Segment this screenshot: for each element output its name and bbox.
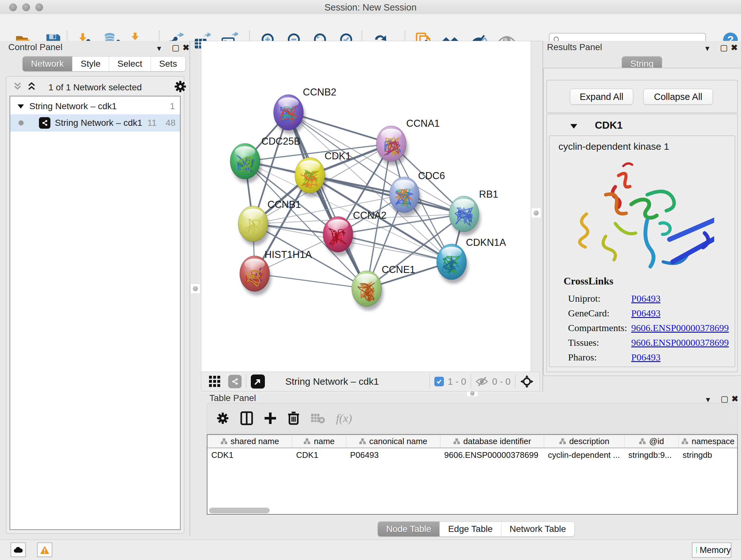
function-builder-button: f(x)	[336, 412, 352, 425]
network-node-CDC6[interactable]: CDC6	[389, 170, 445, 216]
cloud-icon	[13, 546, 23, 553]
table-horizontal-scrollbar[interactable]	[209, 508, 270, 513]
crosslink-genecard[interactable]: P06493	[631, 308, 661, 318]
table-panel-title: Table Panel	[209, 393, 256, 403]
node-label-CCNE1: CCNE1	[382, 264, 415, 275]
table-toolbar: f(x)	[207, 403, 738, 434]
control-panel-maximize-icon[interactable]: ▢	[172, 44, 180, 52]
warnings-button[interactable]	[37, 543, 52, 557]
network-tree: String Network – cdk1 1 String Network –…	[10, 96, 181, 530]
tab-select[interactable]: Select	[109, 57, 151, 71]
column-header[interactable]: description	[544, 435, 624, 448]
results-panel-close-icon[interactable]: ✖	[731, 44, 738, 52]
node-label-CDC6: CDC6	[418, 170, 445, 181]
delete-table-icon	[311, 413, 325, 424]
hidden-eye-icon	[475, 376, 488, 387]
create-column-icon[interactable]	[264, 412, 277, 425]
column-header[interactable]: namespace	[679, 435, 737, 448]
cloud-status-button[interactable]	[10, 543, 26, 557]
cell-id: stringdb:9...	[624, 448, 679, 462]
network-node-CCNE1[interactable]: CCNE1	[352, 264, 415, 310]
tab-edge-table[interactable]: Edge Table	[440, 522, 501, 537]
control-panel-float-icon[interactable]: ▾	[157, 44, 161, 52]
cdk1-result-card: CDK1 cyclin-dependent kinase 1	[546, 114, 738, 372]
tab-network-table[interactable]: Network Table	[501, 522, 575, 537]
network-node-RB1[interactable]: RB1	[449, 189, 498, 236]
column-header[interactable]: database identifier	[441, 435, 544, 448]
network-selection-status: 1 of 1 Network selected	[6, 82, 184, 92]
network-node-CCNB2[interactable]: CCNB2	[273, 86, 336, 134]
birdseye-view-icon[interactable]	[251, 374, 265, 388]
crosslink-label: Compartments:	[568, 320, 627, 335]
window-title: Session: New Session	[0, 2, 741, 13]
network-node-HIST1H1A[interactable]: HIST1H1A	[240, 249, 312, 295]
tab-style[interactable]: Style	[72, 57, 109, 71]
selected-checkbox-icon[interactable]	[434, 377, 444, 386]
fit-selection-crosshair-icon[interactable]	[520, 374, 534, 388]
collapse-all-button[interactable]: Collapse All	[643, 89, 713, 105]
crosslink-compartments[interactable]: 9606.ENSP00000378699	[631, 322, 729, 333]
control-panel-tabs: Network Style Select Sets	[22, 56, 186, 71]
control-panel-title: Control Panel	[8, 42, 63, 52]
table-options-gear-icon[interactable]	[216, 412, 229, 425]
node-label-CDC25B: CDC25B	[261, 136, 300, 147]
tab-sets[interactable]: Sets	[151, 57, 185, 71]
network-graph[interactable]: CCNB2CCNA1CDC25BCDK1CDC6RB1CCNB1CCNA2CDK…	[201, 41, 531, 372]
node-label-HIST1H1A: HIST1H1A	[265, 249, 312, 260]
column-type-icon	[681, 438, 688, 444]
tab-network[interactable]: Network	[23, 57, 72, 71]
collection-expander-icon[interactable]	[17, 104, 24, 109]
warning-icon	[40, 546, 50, 554]
table-panel-close-icon[interactable]: ✖	[731, 395, 738, 403]
column-header[interactable]: @id	[624, 435, 679, 448]
memory-button[interactable]: Memory	[692, 543, 731, 558]
tab-node-table[interactable]: Node Table	[378, 522, 440, 537]
network-row-selected[interactable]: String Network – cdk1 11 48	[10, 114, 180, 132]
crosslinks-title: CrossLinks	[563, 275, 613, 287]
status-bar: Memory	[0, 540, 741, 560]
delete-column-icon[interactable]	[287, 411, 300, 425]
cell-canonical-name: P06493	[346, 448, 441, 462]
network-canvas[interactable]: CCNB2CCNA1CDC25BCDK1CDC6RB1CCNB1CCNA2CDK…	[201, 41, 531, 372]
results-panel-maximize-icon[interactable]: ▢	[720, 44, 728, 52]
cell-shared-name: CDK1	[207, 448, 292, 462]
network-node-CCNA2[interactable]: CCNA2	[323, 210, 387, 256]
string-results-container: Expand All Collapse All CDK1 cyclin-depe…	[543, 68, 741, 376]
network-list-options-gear-icon[interactable]	[174, 80, 187, 93]
current-network-name: String Network – cdk1	[285, 376, 379, 387]
network-node-CDKN1A[interactable]: CDKN1A	[436, 237, 506, 284]
column-header[interactable]: name	[292, 435, 346, 448]
table-row[interactable]: CDK1 CDK1 P06493 9606.ENSP00000378699 cy…	[207, 448, 737, 462]
expand-all-button[interactable]: Expand All	[570, 89, 633, 105]
main-toolbar: ?	[0, 14, 741, 41]
right-splitter-handle[interactable]	[531, 208, 541, 218]
network-edge-count: 48	[165, 118, 176, 128]
network-view-mode-icon[interactable]	[228, 375, 242, 388]
grid-view-icon[interactable]	[208, 375, 221, 388]
crosslink-label: GeneCard:	[568, 306, 627, 320]
table-panel-maximize-icon[interactable]: ▢	[721, 395, 729, 403]
network-status-dot	[18, 120, 23, 125]
column-type-icon	[639, 438, 646, 444]
crosslink-uniprot[interactable]: P06493	[631, 293, 661, 304]
column-header[interactable]: canonical name	[346, 435, 441, 448]
results-panel: Results Panel ▾ ▢ ✖ String Expand All Co…	[542, 41, 741, 392]
network-view-toolbar: String Network – cdk1 1 - 0 0 - 0	[201, 372, 540, 391]
cdk1-expander-icon[interactable]	[570, 123, 578, 129]
left-splitter-handle[interactable]	[190, 284, 200, 294]
table-panel-float-icon[interactable]: ▾	[706, 395, 710, 403]
crosslink-pharos[interactable]: P06493	[631, 352, 661, 362]
protein-structure-image	[567, 157, 714, 274]
results-panel-float-icon[interactable]: ▾	[705, 44, 710, 52]
crosslink-tissues[interactable]: 9606.ENSP00000378699	[631, 337, 729, 348]
column-header[interactable]: shared name	[207, 435, 292, 448]
collection-count: 1	[170, 101, 175, 111]
node-label-CCNB1: CCNB1	[267, 199, 301, 210]
show-column-icon[interactable]	[240, 411, 253, 425]
cdk1-details: cyclin-dependent kinase 1	[549, 135, 735, 367]
crosslink-label: Pharos:	[568, 350, 627, 365]
control-panel-close-icon[interactable]: ✖	[183, 44, 190, 52]
collection-label: String Network – cdk1	[29, 101, 117, 111]
network-collection-row[interactable]: String Network – cdk1 1	[10, 98, 180, 114]
network-node-CCNA1[interactable]: CCNA1	[376, 118, 440, 165]
